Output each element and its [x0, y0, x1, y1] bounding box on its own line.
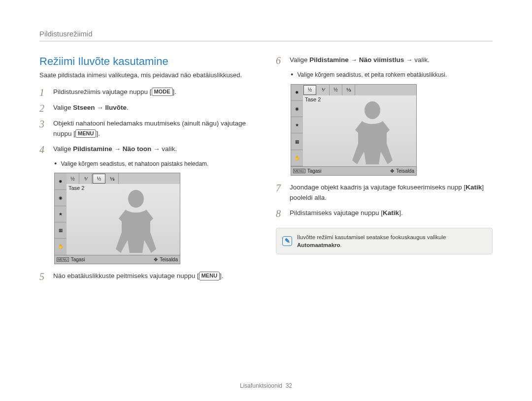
bullet-dot-icon: ● — [54, 160, 57, 168]
person-silhouette-icon — [345, 98, 399, 167]
lcd-left-icon: ▦ — [55, 222, 66, 239]
lcd-left-icon: ◉ — [291, 101, 303, 117]
lcd-left-icon: ✹ — [291, 85, 303, 101]
step-number: 5 — [39, 271, 48, 282]
lcd-level-label: Tase 2 — [305, 96, 321, 102]
lcd-footer: MENU Tagasi ✥ Teisalda — [291, 166, 416, 175]
info-note: ✎ Iluvõtte režiimi kasutamisel seatakse … — [276, 228, 493, 254]
lcd-top-option: ⅓ — [342, 85, 355, 95]
text: ]. — [96, 130, 100, 137]
bold: Stseen — [73, 104, 95, 111]
text: Pildistusrežiimis vajutage nuppu [ — [53, 88, 152, 95]
text: → — [349, 56, 359, 63]
step-text: Valige Pildistamine → Näo viimistlus → v… — [290, 55, 493, 65]
lcd-left-iconbar: ✹ ◉ ★ ▦ ✋ — [55, 173, 66, 255]
lcd-top-option: ⅟ — [79, 173, 92, 184]
step-number: 1 — [39, 87, 48, 98]
footer-section: Lisafunktsioonid — [240, 382, 282, 389]
lcd-left-icon: ▦ — [291, 133, 303, 150]
text: . — [127, 104, 129, 111]
lcd-screen: ✹ ◉ ★ ▦ ✋ ½ ⅟ ½ ⅓ Tase 2 MENU — [54, 173, 180, 264]
step-text: Pildistamiseks vajutage nuppu [Katik]. — [290, 208, 493, 218]
mode-keycap: MODE — [152, 88, 173, 96]
bullet-text: Valige kõrgem seadistus, et nahatoon pai… — [61, 160, 208, 168]
lcd-left-icon: ★ — [55, 206, 66, 222]
lcd-top-option: ½ — [66, 173, 79, 184]
camera-lcd-illustration-2: ✹ ◉ ★ ▦ ✋ ½ ⅟ ½ ⅓ Tase 2 MENU — [291, 84, 493, 176]
text: Joondage objekt kaadris ja vajutage foku… — [290, 184, 466, 191]
dpad-icon: ✥ — [390, 168, 394, 174]
text: . — [340, 242, 342, 248]
step-text: Valige Stseen → Iluvõte. — [53, 103, 256, 113]
step-number: 8 — [276, 208, 285, 219]
menu-glyph-icon: MENU — [57, 257, 69, 262]
text: Valige — [53, 104, 73, 111]
bold: Katik — [383, 209, 399, 216]
lcd-left-icon: ◉ — [55, 190, 66, 206]
two-column-layout: Režiimi Iluvõte kasutamine Saate pildist… — [39, 55, 493, 287]
step-text: Joondage objekt kaadris ja vajutage foku… — [290, 183, 493, 203]
step-6-bullet: ● Valige kõrgem seadistus, et peita rohk… — [291, 71, 493, 79]
text: Pildistamiseks vajutage nuppu [ — [290, 209, 383, 216]
text: ]. — [220, 272, 224, 279]
bold: Iluvõte — [105, 104, 127, 111]
lcd-top-option: ⅟ — [317, 85, 330, 95]
bold: Näo viimistlus — [359, 56, 404, 63]
text: → — [112, 145, 123, 153]
camera-lcd-illustration-1: ✹ ◉ ★ ▦ ✋ ½ ⅟ ½ ⅓ Tase 2 MENU — [54, 173, 256, 264]
person-silhouette-icon — [109, 187, 163, 256]
bold: Katik — [466, 184, 482, 191]
lcd-top-optionbar: ½ ⅟ ½ ⅓ — [66, 173, 180, 184]
note-icon: ✎ — [282, 236, 292, 246]
page-footer: Lisafunktsioonid 32 — [0, 382, 532, 389]
step-1: 1 Pildistusrežiimis vajutage nuppu [MODE… — [39, 87, 256, 98]
step-3: 3 Objekti nahatooni heledamaks muutmisek… — [39, 119, 256, 139]
text: ]. — [399, 209, 403, 216]
bold: Näo toon — [123, 145, 152, 153]
text: Näo ebatäiuslikkuste peitmiseks vajutage… — [53, 272, 199, 279]
left-column: Režiimi Iluvõte kasutamine Saate pildist… — [39, 55, 256, 287]
lcd-left-icon: ✹ — [55, 173, 66, 189]
step-4: 4 Valige Pildistamine → Näo toon → valik… — [39, 144, 256, 155]
step-text: Pildistusrežiimis vajutage nuppu [MODE]. — [53, 87, 256, 97]
lcd-screen: ✹ ◉ ★ ▦ ✋ ½ ⅟ ½ ⅓ Tase 2 MENU — [291, 84, 417, 176]
right-column: 6 Valige Pildistamine → Näo viimistlus →… — [276, 55, 493, 287]
lcd-top-optionbar: ½ ⅟ ½ ⅓ — [303, 85, 416, 95]
lcd-move-label: Teisalda — [396, 168, 414, 174]
section-header: Pildistusrežiimid — [39, 30, 493, 41]
lcd-top-option-selected: ½ — [93, 174, 105, 184]
bold: Automaatmakro — [297, 242, 340, 248]
step-number: 7 — [276, 183, 285, 193]
lcd-footer: MENU Tagasi ✥ Teisalda — [55, 255, 180, 264]
menu-keycap: MENU — [75, 129, 96, 138]
step-number: 4 — [39, 144, 48, 155]
dpad-icon: ✥ — [154, 257, 158, 262]
page-number: 32 — [286, 382, 292, 389]
step-number: 6 — [276, 55, 285, 66]
lcd-top-option: ½ — [330, 85, 342, 95]
lcd-back-label: Tagasi — [307, 168, 322, 174]
step-number: 2 — [39, 103, 48, 114]
step-6: 6 Valige Pildistamine → Näo viimistlus →… — [276, 55, 493, 66]
step-text: Näo ebatäiuslikkuste peitmiseks vajutage… — [53, 271, 256, 281]
bullet-dot-icon: ● — [291, 71, 293, 79]
bold: Pildistamine — [309, 56, 349, 63]
text: Valige — [290, 56, 309, 63]
lcd-level-label: Tase 2 — [68, 185, 84, 191]
lcd-left-iconbar: ✹ ◉ ★ ▦ ✋ — [291, 85, 303, 166]
lcd-left-icon: ★ — [291, 117, 303, 133]
menu-glyph-icon: MENU — [293, 169, 305, 173]
text: → — [95, 104, 105, 111]
menu-keycap: MENU — [199, 272, 220, 280]
lcd-left-icon: ✋ — [291, 150, 303, 166]
lcd-left-icon: ✋ — [55, 239, 66, 255]
step-number: 3 — [39, 119, 48, 129]
text: Valige — [53, 145, 73, 153]
step-text: Objekti nahatooni heledamaks muutmiseks … — [53, 119, 256, 139]
text: → valik. — [404, 56, 430, 63]
text: Iluvõtte režiimi kasutamisel seatakse fo… — [297, 234, 446, 240]
text: ]. — [173, 88, 177, 95]
lcd-top-option-selected: ½ — [303, 85, 316, 95]
step-5: 5 Näo ebatäiuslikkuste peitmiseks vajuta… — [39, 271, 256, 282]
lcd-move-label: Teisalda — [160, 257, 178, 262]
